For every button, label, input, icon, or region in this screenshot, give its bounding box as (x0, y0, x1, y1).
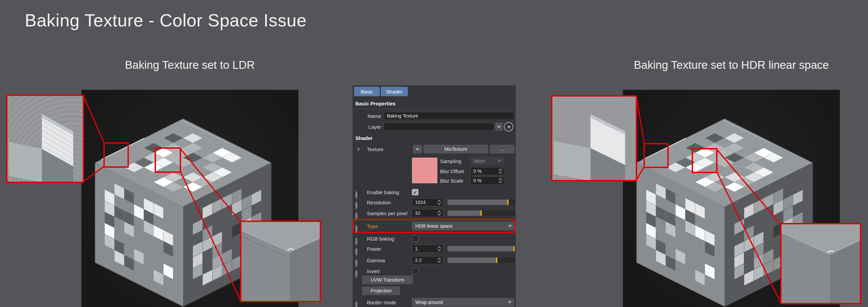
blur-scale-value: 0 % (473, 178, 481, 183)
texture-dropdown-button[interactable] (413, 145, 422, 154)
sampling-value: None (474, 158, 485, 164)
blur-offset-label: Blur Offset (440, 168, 464, 174)
border-mode-value: Wrap around (415, 300, 443, 305)
border-mode-label: Border mode (367, 300, 396, 305)
resolution-label: Resolution (367, 200, 391, 205)
rgb-baking-checkbox[interactable] (412, 236, 418, 242)
animation-dot-icon[interactable] (355, 301, 357, 307)
slider-marker[interactable] (480, 210, 482, 216)
samples-field[interactable]: 32. (412, 209, 443, 217)
chevron-down-icon (497, 124, 501, 128)
stepper-icon[interactable] (438, 200, 441, 205)
slider-marker[interactable] (496, 258, 497, 263)
resolution-slider[interactable] (448, 200, 515, 205)
samples-slider[interactable] (448, 210, 515, 216)
zoom-inset-ldr (7, 95, 83, 182)
tab-shader[interactable]: Shader (381, 87, 408, 96)
power-field[interactable]: 1. (412, 245, 443, 253)
type-value: HDR linear space (415, 223, 453, 229)
blur-scale-label: Blur Scale (440, 178, 463, 184)
enable-baking-checkbox[interactable] (412, 189, 418, 196)
power-slider[interactable] (448, 246, 515, 251)
border-mode-select[interactable]: Wrap around (412, 298, 514, 307)
samples-per-pixel-label: Samples per pixel (367, 210, 407, 216)
layer-pick-icon[interactable] (504, 122, 513, 131)
right-caption: Baking Texture set to HDR linear space (623, 59, 840, 71)
stepper-icon[interactable] (438, 246, 441, 251)
blur-offset-field[interactable]: 0 % (470, 167, 504, 175)
blur-offset-value: 0 % (473, 168, 481, 174)
chevron-down-icon (498, 159, 501, 162)
name-value: Baking Texture (387, 113, 418, 119)
invert-label: Invert (367, 268, 380, 274)
animation-dot-icon[interactable] (355, 259, 357, 267)
slider-marker[interactable] (507, 200, 509, 205)
texture-more-button[interactable]: ... (490, 145, 515, 154)
stepper-icon[interactable] (499, 178, 502, 183)
layer-label: Layer (353, 124, 381, 130)
name-input[interactable]: Baking Texture (384, 112, 514, 120)
name-label: Name (353, 113, 381, 119)
gamma-field[interactable]: 2.2 (412, 256, 443, 264)
uvw-transform-button[interactable]: UVW Transform (362, 275, 413, 284)
stepper-icon[interactable] (438, 210, 441, 216)
tab-basic[interactable]: Basic (354, 87, 380, 96)
rgb-baking-label: RGB baking (367, 236, 394, 242)
sampling-label: Sampling (440, 158, 461, 164)
basic-properties-heading: Basic Properties (355, 101, 395, 106)
type-select[interactable]: HDR linear space (412, 222, 515, 230)
layer-dropdown-button[interactable] (495, 123, 503, 131)
divider (354, 109, 514, 109)
zoom-inset-hdr (552, 96, 636, 181)
shader-heading: Shader (355, 135, 373, 141)
resolution-value: 1024. (415, 200, 427, 205)
resolution-field[interactable]: 1024. (412, 198, 443, 206)
samples-value: 32. (415, 210, 421, 216)
animation-dot-icon[interactable] (355, 248, 357, 255)
attribute-panel: Basic Shader Basic Properties Name Bakin… (353, 85, 516, 307)
left-caption: Baking Texture set to LDR (81, 59, 298, 71)
projection-button[interactable]: Projection (362, 286, 400, 295)
chevron-down-icon (508, 300, 512, 303)
gamma-slider[interactable] (448, 258, 515, 263)
texture-label: Texture (367, 146, 383, 152)
corner-inset-hdr (781, 224, 861, 304)
gamma-value: 2.2 (415, 258, 421, 263)
enable-baking-label: Enable baking (367, 189, 399, 195)
type-row-highlight: Type HDR linear space (353, 219, 516, 233)
gamma-label: Gamma (367, 258, 385, 263)
chevron-down-icon (509, 224, 512, 227)
type-label: Type (367, 223, 378, 229)
texture-shader-button[interactable]: MixTexture (423, 145, 488, 154)
power-value: 1. (415, 246, 419, 251)
slide-title: Baking Texture - Color Space Issue (25, 10, 307, 30)
stepper-icon[interactable] (499, 168, 502, 174)
invert-checkbox[interactable] (412, 268, 418, 274)
stepper-icon[interactable] (438, 258, 441, 263)
blur-scale-field[interactable]: 0 % (470, 177, 504, 185)
power-label: Power (367, 246, 381, 252)
slider-marker[interactable] (513, 246, 515, 251)
sampling-select[interactable]: None (470, 157, 504, 165)
expand-arrow-icon[interactable] (356, 147, 360, 151)
layer-input[interactable] (384, 123, 494, 131)
corner-inset-ldr (241, 221, 320, 302)
chevron-down-icon (416, 147, 419, 150)
animation-dot-icon[interactable] (355, 225, 357, 233)
